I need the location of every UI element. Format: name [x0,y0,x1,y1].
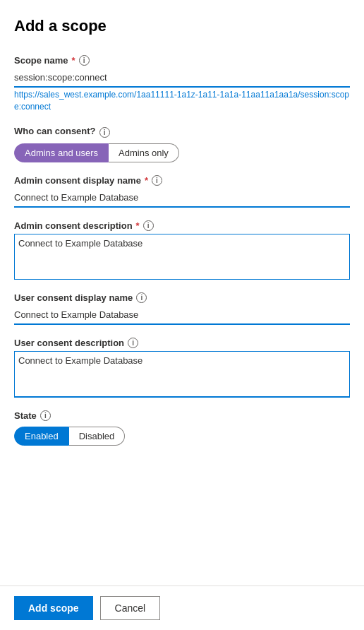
who-can-consent-group: Who can consent? i Admins and users Admi… [14,126,350,162]
admin-consent-description-label: Admin consent description * i [14,220,350,231]
admins-and-users-button[interactable]: Admins and users [14,143,109,162]
user-consent-description-group: User consent description i Connect to Ex… [14,338,350,398]
admin-consent-description-group: Admin consent description * i Connect to… [14,220,350,280]
user-consent-display-name-label: User consent display name i [14,292,350,303]
cancel-button[interactable]: Cancel [100,596,161,620]
state-info-icon[interactable]: i [40,410,51,421]
state-toggle: Enabled Disabled [14,427,350,446]
admins-only-button[interactable]: Admins only [109,143,179,162]
user-consent-description-label: User consent description i [14,338,350,348]
state-disabled-button[interactable]: Disabled [69,427,126,446]
admin-consent-display-name-input-wrapper [14,189,350,208]
state-enabled-button[interactable]: Enabled [14,427,69,446]
user-consent-display-name-group: User consent display name i [14,292,350,325]
state-label: State i [14,410,350,421]
who-can-consent-label: Who can consent? [14,126,96,136]
consent-toggle: Admins and users Admins only [14,143,350,162]
scope-name-group: Scope name * i https://sales_west.exampl… [14,55,350,113]
user-consent-description-textarea[interactable]: Connect to Example Database [18,355,346,391]
admin-consent-display-name-label: Admin consent display name * i [14,175,350,186]
admin-consent-description-textarea[interactable]: Connect to Example Database [18,238,346,273]
scope-url-text: https://sales_west.example.com/1aa11111-… [14,89,350,113]
admin-consent-display-name-info-icon[interactable]: i [152,175,162,186]
scope-name-label: Scope name * i [14,55,350,66]
page-title: Add a scope [14,17,350,35]
scope-name-input[interactable] [14,69,350,86]
user-consent-display-name-info-icon[interactable]: i [136,292,147,303]
admin-consent-display-name-input[interactable] [14,189,350,206]
scope-name-input-wrapper [14,69,350,88]
admin-consent-display-name-group: Admin consent display name * i [14,175,350,208]
who-consent-info-icon[interactable]: i [99,127,110,138]
admin-consent-description-textarea-wrapper: Connect to Example Database [14,234,350,280]
footer: Add scope Cancel [0,586,364,630]
user-consent-description-info-icon[interactable]: i [128,338,138,348]
admin-consent-description-info-icon[interactable]: i [143,220,154,231]
who-consent-label-row: Who can consent? i [14,126,350,139]
scope-name-info-icon[interactable]: i [79,55,90,66]
user-consent-display-name-input[interactable] [14,306,350,323]
add-scope-button[interactable]: Add scope [14,596,93,620]
user-consent-description-textarea-wrapper: Connect to Example Database [14,351,350,398]
state-group: State i Enabled Disabled [14,410,350,446]
user-consent-display-name-input-wrapper [14,306,350,325]
